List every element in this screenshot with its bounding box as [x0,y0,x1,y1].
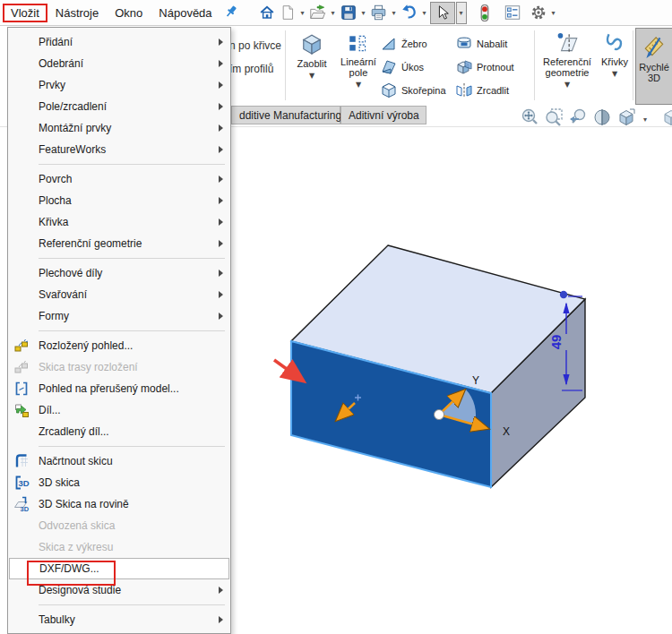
save-icon[interactable] [339,3,358,22]
fillet-button[interactable]: Zaoblit ▼ [290,31,333,80]
menu-item-dil[interactable]: Díl... [8,399,230,421]
menu-item-skica-trasy-rozlozeni: Skica trasy rozložení [8,356,230,378]
menu-item-pole-zrcadleni[interactable]: Pole/zrcadlení [8,96,230,117]
print-icon[interactable] [369,3,389,22]
menu-separator [39,604,225,605]
section-view-icon[interactable] [592,107,612,131]
reference-geometry-icon [555,31,580,55]
open-icon[interactable] [308,3,328,22]
previous-view-icon[interactable] [568,107,588,131]
menu-separator [39,330,225,331]
menu-separator [39,258,225,259]
menu-item-tabulky[interactable]: Tabulky [8,609,230,630]
menu-item-rozlozeny-pohled[interactable]: Rozložený pohled... [8,335,230,356]
view-orientation-icon[interactable] [616,107,636,131]
tab-aditivni-vyroba[interactable]: Aditivní výroba [340,106,426,124]
menu-item-3d-skica[interactable]: 3D 3D skica [8,472,230,493]
intersect-button[interactable]: Protnout [455,58,514,75]
menu-item-formy[interactable]: Formy [8,305,230,327]
ribbon-separator [633,30,633,100]
partial-label-sweep: n po křivce [229,39,283,52]
design-tree-icon[interactable] [503,3,522,22]
view-orientation-dropdown-icon[interactable]: ▾ [641,116,650,124]
broken-view-icon [13,381,30,397]
ribbon-separator [534,30,535,100]
submenu-arrow-icon [219,313,223,320]
menu-item-plechove-dily[interactable]: Plechové díly [8,262,230,284]
partial-label-loft: ím profilů [229,63,283,75]
submenu-arrow-icon [219,240,223,247]
menu-nastroje[interactable]: Nástroje [47,4,107,22]
print-dropdown-icon[interactable]: ▾ [390,9,399,17]
new-document-icon[interactable] [278,3,297,22]
model-box[interactable] [291,245,585,487]
quick-access-toolbar: ▾ ▾ ▾ ▾ ▾ ▾ [257,2,558,24]
menu-item-svarovani[interactable]: Svařování [8,284,230,305]
menu-item-designova-studie[interactable]: Designová studie [8,579,230,601]
menu-vlozit[interactable]: Vložit [3,4,47,22]
menu-item-odebrani[interactable]: Odebrání [8,53,230,74]
linear-pattern-button[interactable]: Lineární pole ▼ [335,33,382,89]
triad-origin-point[interactable] [435,410,444,420]
reference-geometry-dropdown-icon[interactable]: ▼ [539,81,595,89]
svg-text:3D: 3D [21,505,30,512]
menu-item-nacrtnout-skicu[interactable]: Načrtnout skicu [8,450,230,472]
select-cursor-icon[interactable] [430,2,455,24]
curves-button[interactable]: Křivky ▼ [595,31,634,78]
fillet-dropdown-icon[interactable]: ▼ [290,72,333,80]
exploded-sketch-icon [13,359,30,375]
rib-button[interactable]: Žebro [380,35,427,52]
shell-button[interactable]: Skořepina [380,81,446,99]
curves-dropdown-icon[interactable]: ▼ [595,70,634,78]
menu-item-pohled-na-preruseny-model[interactable]: Pohled na přerušený model... [8,378,230,399]
menu-okno[interactable]: Okno [107,4,151,22]
zoom-area-icon[interactable] [544,107,564,131]
home-icon[interactable] [257,3,277,22]
settings-gear-icon[interactable] [529,3,548,22]
linear-pattern-dropdown-icon[interactable]: ▼ [335,81,382,89]
menu-item-3d-skica-na-rovine[interactable]: 3D 3D Skica na rovině [8,493,230,515]
submenu-arrow-icon [219,124,223,132]
menu-item-dxf-dwg[interactable]: DXF/DWG... [9,558,229,579]
submenu-arrow-icon [219,197,223,204]
tab-additive-manufacturing[interactable]: dditive Manufacturing [231,106,340,124]
settings-dropdown-icon[interactable]: ▾ [549,9,558,17]
display-style-icon[interactable] [661,107,672,131]
menu-item-odvozena-skica: Odvozená skica [8,515,230,536]
new-document-dropdown-icon[interactable]: ▾ [298,9,307,17]
wrap-button[interactable]: Nabalit [455,35,507,52]
linear-pattern-icon [347,33,370,55]
menu-item-montazni-prvky[interactable]: Montážní prvky [8,117,230,139]
submenu-arrow-icon [219,270,223,277]
menu-item-featureworks[interactable]: FeatureWorks [8,139,230,160]
menu-napoveda[interactable]: Nápověda [151,4,220,22]
insert-part-icon [13,402,30,418]
menu-item-povrch[interactable]: Povrch [8,168,230,190]
wrap-icon [455,35,473,52]
menu-item-referencni-geometrie[interactable]: Referenční geometrie [8,233,230,254]
dimension-handle-point[interactable] [560,291,567,298]
save-dropdown-icon[interactable]: ▾ [359,9,368,17]
undo-dropdown-icon[interactable]: ▾ [420,9,429,17]
menu-item-plocha[interactable]: Plocha [8,190,230,211]
menu-item-zrcadleny-dil[interactable]: Zrcadlený díl... [8,421,230,442]
menu-item-krivka[interactable]: Křivka [8,211,230,233]
submenu-arrow-icon [219,146,223,153]
submenu-arrow-icon [219,103,223,110]
heads-up-view-toolbar: ▾ [520,107,672,131]
undo-icon[interactable] [400,3,419,22]
menu-item-prvky[interactable]: Prvky [8,74,230,96]
mirror-button[interactable]: Zrcadlit [455,81,509,99]
instant-3d-button[interactable]: Rychlé 3D [635,28,672,105]
menu-item-pridani[interactable]: Přidání [8,31,230,53]
rebuild-traffic-light-icon[interactable] [475,3,495,22]
intersect-icon [455,58,473,75]
zoom-fit-icon[interactable] [520,107,539,131]
reference-geometry-button[interactable]: Referenční geometrie ▼ [539,31,595,89]
draft-button[interactable]: Úkos [380,58,424,75]
axis-y-label: Y [472,374,479,387]
dimension-value[interactable]: 49 [548,335,564,350]
select-dropdown-icon[interactable]: ▾ [456,2,467,24]
pin-icon[interactable] [224,4,239,21]
open-dropdown-icon[interactable]: ▾ [329,9,338,17]
